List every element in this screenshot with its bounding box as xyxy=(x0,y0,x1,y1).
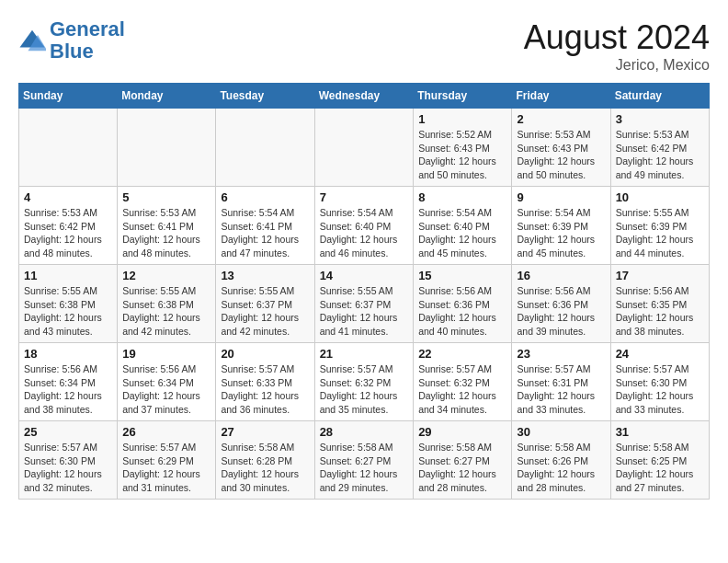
calendar-week-4: 18Sunrise: 5:56 AM Sunset: 6:34 PM Dayli… xyxy=(19,343,710,421)
day-info: Sunrise: 5:58 AM Sunset: 6:27 PM Dayligh… xyxy=(320,441,409,495)
day-number: 11 xyxy=(24,269,112,282)
calendar-cell: 9Sunrise: 5:54 AM Sunset: 6:39 PM Daylig… xyxy=(512,187,610,265)
day-info: Sunrise: 5:55 AM Sunset: 6:39 PM Dayligh… xyxy=(616,206,704,260)
day-number: 10 xyxy=(616,190,704,204)
day-info: Sunrise: 5:57 AM Sunset: 6:33 PM Dayligh… xyxy=(221,362,309,417)
day-number: 31 xyxy=(616,425,704,439)
day-info: Sunrise: 5:54 AM Sunset: 6:41 PM Dayligh… xyxy=(221,206,309,260)
day-number: 3 xyxy=(616,112,704,126)
day-info: Sunrise: 5:53 AM Sunset: 6:43 PM Dayligh… xyxy=(517,128,605,182)
calendar-cell: 24Sunrise: 5:57 AM Sunset: 6:30 PM Dayli… xyxy=(610,343,709,421)
day-number: 21 xyxy=(320,347,409,361)
day-info: Sunrise: 5:55 AM Sunset: 6:37 PM Dayligh… xyxy=(320,284,409,339)
calendar-cell xyxy=(314,109,414,187)
day-number: 13 xyxy=(221,269,309,282)
day-info: Sunrise: 5:58 AM Sunset: 6:25 PM Dayligh… xyxy=(616,441,704,495)
calendar-week-1: 1Sunrise: 5:52 AM Sunset: 6:43 PM Daylig… xyxy=(19,109,710,187)
calendar-cell: 12Sunrise: 5:55 AM Sunset: 6:38 PM Dayli… xyxy=(118,265,216,343)
weekday-header-wednesday: Wednesday xyxy=(314,84,414,109)
day-info: Sunrise: 5:54 AM Sunset: 6:40 PM Dayligh… xyxy=(320,206,409,260)
calendar-cell: 27Sunrise: 5:58 AM Sunset: 6:28 PM Dayli… xyxy=(216,421,314,500)
calendar-body: 1Sunrise: 5:52 AM Sunset: 6:43 PM Daylig… xyxy=(19,109,710,500)
day-number: 16 xyxy=(517,269,605,282)
day-info: Sunrise: 5:57 AM Sunset: 6:30 PM Dayligh… xyxy=(24,441,112,495)
day-number: 1 xyxy=(418,112,506,126)
day-info: Sunrise: 5:58 AM Sunset: 6:28 PM Dayligh… xyxy=(221,441,309,495)
day-info: Sunrise: 5:53 AM Sunset: 6:42 PM Dayligh… xyxy=(616,128,704,182)
day-number: 6 xyxy=(221,190,309,204)
calendar-header: SundayMondayTuesdayWednesdayThursdayFrid… xyxy=(19,84,710,109)
calendar-cell xyxy=(216,109,314,187)
calendar-cell: 5Sunrise: 5:53 AM Sunset: 6:41 PM Daylig… xyxy=(118,187,216,265)
day-number: 26 xyxy=(122,425,210,439)
weekday-header-sunday: Sunday xyxy=(19,84,118,109)
day-number: 25 xyxy=(24,425,112,439)
calendar-cell: 20Sunrise: 5:57 AM Sunset: 6:33 PM Dayli… xyxy=(216,343,314,421)
weekday-header-tuesday: Tuesday xyxy=(216,84,314,109)
day-info: Sunrise: 5:53 AM Sunset: 6:42 PM Dayligh… xyxy=(24,206,112,260)
day-info: Sunrise: 5:56 AM Sunset: 6:36 PM Dayligh… xyxy=(517,284,605,339)
day-info: Sunrise: 5:54 AM Sunset: 6:40 PM Dayligh… xyxy=(418,206,506,260)
title-block: August 2024 Jerico, Mexico xyxy=(524,18,710,74)
day-info: Sunrise: 5:57 AM Sunset: 6:32 PM Dayligh… xyxy=(418,362,506,417)
calendar-week-5: 25Sunrise: 5:57 AM Sunset: 6:30 PM Dayli… xyxy=(19,421,710,500)
day-number: 7 xyxy=(320,190,409,204)
day-number: 24 xyxy=(616,347,704,361)
day-number: 22 xyxy=(418,347,506,361)
day-number: 8 xyxy=(418,190,506,204)
calendar-cell: 30Sunrise: 5:58 AM Sunset: 6:26 PM Dayli… xyxy=(512,421,610,500)
calendar-cell: 31Sunrise: 5:58 AM Sunset: 6:25 PM Dayli… xyxy=(610,421,709,500)
day-info: Sunrise: 5:56 AM Sunset: 6:36 PM Dayligh… xyxy=(418,284,506,339)
page-header: General Blue August 2024 Jerico, Mexico xyxy=(18,18,710,74)
day-info: Sunrise: 5:57 AM Sunset: 6:32 PM Dayligh… xyxy=(320,362,409,417)
calendar-cell: 21Sunrise: 5:57 AM Sunset: 6:32 PM Dayli… xyxy=(314,343,414,421)
day-info: Sunrise: 5:55 AM Sunset: 6:38 PM Dayligh… xyxy=(122,284,210,339)
day-number: 29 xyxy=(418,425,506,439)
calendar-cell xyxy=(118,109,216,187)
calendar-cell: 16Sunrise: 5:56 AM Sunset: 6:36 PM Dayli… xyxy=(512,265,610,343)
day-info: Sunrise: 5:56 AM Sunset: 6:35 PM Dayligh… xyxy=(616,284,704,339)
calendar-cell: 2Sunrise: 5:53 AM Sunset: 6:43 PM Daylig… xyxy=(512,109,610,187)
day-info: Sunrise: 5:57 AM Sunset: 6:29 PM Dayligh… xyxy=(122,441,210,495)
calendar-cell: 10Sunrise: 5:55 AM Sunset: 6:39 PM Dayli… xyxy=(610,187,709,265)
calendar-cell: 29Sunrise: 5:58 AM Sunset: 6:27 PM Dayli… xyxy=(414,421,512,500)
weekday-header-saturday: Saturday xyxy=(610,84,709,109)
calendar-cell: 14Sunrise: 5:55 AM Sunset: 6:37 PM Dayli… xyxy=(314,265,414,343)
calendar-cell: 19Sunrise: 5:56 AM Sunset: 6:34 PM Dayli… xyxy=(118,343,216,421)
day-number: 30 xyxy=(517,425,605,439)
day-number: 17 xyxy=(616,269,704,282)
day-number: 27 xyxy=(221,425,309,439)
day-info: Sunrise: 5:54 AM Sunset: 6:39 PM Dayligh… xyxy=(517,206,605,260)
weekday-header-friday: Friday xyxy=(512,84,610,109)
calendar-cell: 11Sunrise: 5:55 AM Sunset: 6:38 PM Dayli… xyxy=(19,265,118,343)
calendar-cell: 6Sunrise: 5:54 AM Sunset: 6:41 PM Daylig… xyxy=(216,187,314,265)
day-number: 19 xyxy=(122,347,210,361)
calendar-cell: 4Sunrise: 5:53 AM Sunset: 6:42 PM Daylig… xyxy=(19,187,118,265)
calendar-cell: 18Sunrise: 5:56 AM Sunset: 6:34 PM Dayli… xyxy=(19,343,118,421)
day-info: Sunrise: 5:58 AM Sunset: 6:27 PM Dayligh… xyxy=(418,441,506,495)
calendar-cell: 22Sunrise: 5:57 AM Sunset: 6:32 PM Dayli… xyxy=(414,343,512,421)
day-info: Sunrise: 5:57 AM Sunset: 6:30 PM Dayligh… xyxy=(616,362,704,417)
calendar-cell: 7Sunrise: 5:54 AM Sunset: 6:40 PM Daylig… xyxy=(314,187,414,265)
calendar-week-3: 11Sunrise: 5:55 AM Sunset: 6:38 PM Dayli… xyxy=(19,265,710,343)
day-number: 5 xyxy=(122,190,210,204)
calendar-table: SundayMondayTuesdayWednesdayThursdayFrid… xyxy=(18,83,710,500)
weekday-header-row: SundayMondayTuesdayWednesdayThursdayFrid… xyxy=(19,84,710,109)
day-info: Sunrise: 5:55 AM Sunset: 6:37 PM Dayligh… xyxy=(221,284,309,339)
day-info: Sunrise: 5:52 AM Sunset: 6:43 PM Dayligh… xyxy=(418,128,506,182)
day-number: 15 xyxy=(418,269,506,282)
calendar-cell: 1Sunrise: 5:52 AM Sunset: 6:43 PM Daylig… xyxy=(414,109,512,187)
day-number: 20 xyxy=(221,347,309,361)
calendar-week-2: 4Sunrise: 5:53 AM Sunset: 6:42 PM Daylig… xyxy=(19,187,710,265)
calendar-cell: 23Sunrise: 5:57 AM Sunset: 6:31 PM Dayli… xyxy=(512,343,610,421)
calendar-cell: 28Sunrise: 5:58 AM Sunset: 6:27 PM Dayli… xyxy=(314,421,414,500)
calendar-cell: 8Sunrise: 5:54 AM Sunset: 6:40 PM Daylig… xyxy=(414,187,512,265)
location-label: Jerico, Mexico xyxy=(524,57,710,74)
day-number: 18 xyxy=(24,347,112,361)
calendar-cell: 17Sunrise: 5:56 AM Sunset: 6:35 PM Dayli… xyxy=(610,265,709,343)
day-number: 4 xyxy=(24,190,112,204)
day-info: Sunrise: 5:53 AM Sunset: 6:41 PM Dayligh… xyxy=(122,206,210,260)
calendar-cell: 13Sunrise: 5:55 AM Sunset: 6:37 PM Dayli… xyxy=(216,265,314,343)
day-number: 12 xyxy=(122,269,210,282)
month-year-title: August 2024 xyxy=(524,18,710,57)
